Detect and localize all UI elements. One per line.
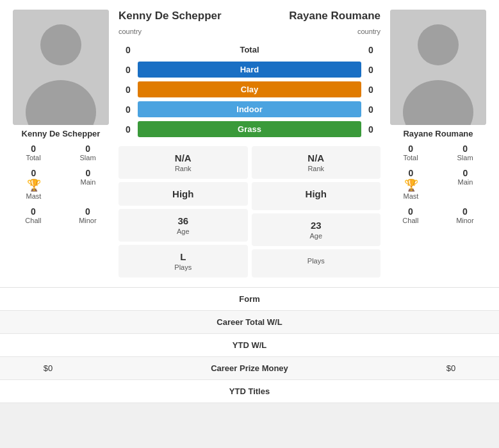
right-high-card: High [252,182,381,210]
right-stat-minor: 0 Minor [456,206,474,224]
main-container: Kenny De Schepper 0 Total 0 Slam 0 🏆 [0,0,499,403]
vs-hard-left: 0 [119,65,138,75]
right-age-label: Age [257,232,376,240]
bottom-section: Form Career Total W/L YTD W/L $0 Career … [0,287,499,403]
right-player-name: Rayane Roumane [403,129,473,138]
left-rank-value: N/A [124,153,243,163]
prize-money-row: $0 Career Prize Money $0 [0,357,499,380]
left-rank-label: Rank [124,165,243,172]
left-stat-chall: 0 Chall [25,206,41,224]
vs-hard-label[interactable]: Hard [138,62,361,78]
left-high-value: High [124,188,243,199]
left-stat-main: 0 Main [81,168,96,200]
right-plays-card: Plays [252,249,381,278]
left-stat-minor: 0 Minor [79,206,97,224]
right-player-stats: 0 Total 0 Slam 0 🏆 Mast 0 [384,144,493,227]
vs-grass-left: 0 [119,124,138,135]
right-rank-label: Rank [257,165,376,172]
left-player-name: Kenny De Schepper [22,129,101,138]
left-plays-card: L Plays [119,245,248,278]
left-age-value: 36 [124,215,243,226]
right-player-avatar [390,10,486,125]
right-name-top: Rayane Roumane [250,10,381,22]
ytd-titles-row: YTD Titles [0,380,499,403]
prize-money-left-val: $0 [10,363,86,373]
right-stat-slam: 0 Slam [457,144,473,162]
right-stat-main: 0 Main [458,168,473,200]
left-rank-card: N/A Rank [119,146,248,179]
left-age-card: 36 Age [119,209,248,242]
ytd-wl-row: YTD W/L [0,334,499,357]
left-age-label: Age [124,228,243,235]
right-plays-label: Plays [257,257,376,265]
form-row: Form [0,288,499,311]
right-player-card: Rayane Roumane 0 Total 0 Slam 0 🏆 [384,10,493,278]
left-stat-slam: 0 Slam [80,144,96,162]
svg-point-4 [418,24,459,65]
vs-total-right: 0 [361,45,380,55]
vs-grass-right: 0 [361,124,380,135]
career-total-row: Career Total W/L [0,311,499,334]
middle-section: Kenny De Schepper Rayane Roumane country… [119,10,380,278]
vs-hard-right: 0 [361,65,380,75]
left-plays-value: L [124,251,243,262]
vs-clay-label[interactable]: Clay [138,81,361,97]
vs-grass-row: 0 Grass 0 [119,121,380,137]
vs-indoor-left: 0 [119,104,138,115]
vs-total-label[interactable]: Total [138,42,361,58]
detail-cards-row: N/A Rank High 36 Age L Plays [119,146,380,278]
right-age-value: 23 [257,220,376,231]
left-trophy-icon: 🏆 [27,178,41,192]
left-stat-total: 0 Total [26,144,40,162]
prize-money-right-val: $0 [413,363,489,373]
left-high-card: High [119,182,248,206]
left-stat-mast: 0 🏆 Mast [26,168,42,200]
right-high-value: High [257,188,376,199]
vs-total-left: 0 [119,45,138,55]
right-stat-mast: 0 🏆 Mast [404,168,419,200]
vs-grass-label[interactable]: Grass [138,121,361,137]
right-stat-chall: 0 Chall [402,206,418,224]
left-player-card: Kenny De Schepper 0 Total 0 Slam 0 🏆 [6,10,115,278]
vs-indoor-row: 0 Indoor 0 [119,101,380,117]
vs-clay-right: 0 [361,85,380,95]
vs-total-row: 0 Total 0 [119,42,380,58]
right-stat-total: 0 Total [403,144,418,162]
left-player-stats: 0 Total 0 Slam 0 🏆 Mast 0 [6,144,115,227]
form-label: Form [86,294,413,304]
right-country: country [357,28,380,35]
ytd-wl-label: YTD W/L [86,340,413,350]
left-country: country [119,28,142,35]
career-total-label: Career Total W/L [86,317,413,327]
right-trophy-icon: 🏆 [404,178,418,192]
right-age-card: 23 Age [252,213,381,246]
right-rank-value: N/A [257,153,376,163]
ytd-titles-label: YTD Titles [86,386,413,396]
svg-point-1 [40,24,81,65]
vs-hard-row: 0 Hard 0 [119,62,380,78]
vs-indoor-right: 0 [361,104,380,115]
vs-clay-left: 0 [119,85,138,95]
players-section: Kenny De Schepper 0 Total 0 Slam 0 🏆 [0,0,499,287]
right-rank-card: N/A Rank [252,146,381,179]
left-player-avatar [13,10,109,125]
vs-clay-row: 0 Clay 0 [119,81,380,97]
prize-money-label: Career Prize Money [86,363,413,373]
left-plays-label: Plays [124,263,243,271]
vs-indoor-label[interactable]: Indoor [138,101,361,117]
left-name-top: Kenny De Schepper [119,10,250,22]
